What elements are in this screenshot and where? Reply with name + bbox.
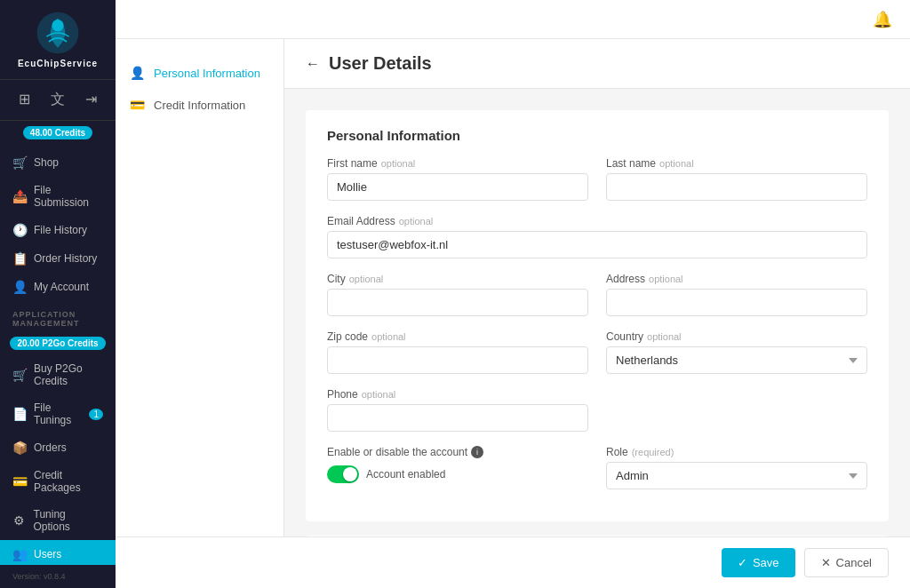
- first-name-input[interactable]: [327, 173, 588, 201]
- logo: EcuChipService: [0, 0, 116, 80]
- city-input[interactable]: [327, 289, 588, 316]
- enable-role-row: Enable or disable the account i Account …: [327, 446, 867, 489]
- back-button[interactable]: ←: [306, 56, 320, 72]
- email-row: Email Address optional: [327, 215, 867, 258]
- sidebar-item-label: Orders: [34, 441, 67, 454]
- credits-badge: 48.00 Credits: [23, 126, 92, 139]
- country-field: Country optional Netherlands Germany Bel…: [606, 330, 867, 374]
- last-name-label: Last name optional: [606, 157, 867, 170]
- zip-label: Zip code optional: [327, 330, 588, 343]
- sub-navigation: 👤 Personal Information 💳 Credit Informat…: [116, 39, 284, 536]
- credit-packages-icon: 💳: [12, 474, 27, 489]
- placeholder-field: [606, 388, 867, 432]
- cancel-button[interactable]: ✕ Cancel: [804, 548, 889, 577]
- page-title: User Details: [329, 53, 432, 74]
- svg-point-1: [52, 20, 63, 31]
- phone-row: Phone optional: [327, 388, 867, 432]
- last-name-field: Last name optional: [606, 157, 867, 201]
- sidebar-item-order-history[interactable]: 📋 Order History: [0, 244, 116, 273]
- cancel-icon: ✕: [821, 556, 831, 569]
- sidebar-item-label: File Submission: [34, 184, 103, 209]
- city-field: City optional: [327, 273, 588, 316]
- enable-label: Enable or disable the account i: [327, 446, 588, 458]
- file-tunings-badge: 1: [89, 409, 103, 420]
- enable-info-icon[interactable]: i: [471, 446, 483, 458]
- toggle-knob: [343, 467, 357, 481]
- save-label: Save: [753, 556, 779, 569]
- sidebar-icon-bar: ⊞ 文 ⇥: [0, 80, 116, 121]
- buy-p2go-icon: 🛒: [12, 368, 27, 382]
- sidebar-item-my-account[interactable]: 👤 My Account: [0, 273, 116, 301]
- subnav-item-personal-info[interactable]: 👤 Personal Information: [116, 57, 283, 89]
- address-input[interactable]: [606, 289, 867, 316]
- app-management-label: APPLICATION MANAGEMENT: [0, 301, 116, 331]
- sidebar-item-label: Credit Packages: [34, 469, 103, 494]
- sidebar-menu: 🛒 Shop 📤 File Submission 🕐 File History …: [0, 145, 116, 565]
- logo-icon: [36, 11, 80, 55]
- cancel-label: Cancel: [836, 556, 872, 569]
- toggle-label: Account enabled: [366, 468, 445, 481]
- name-row: First name optional Last name optional: [327, 157, 867, 201]
- notification-bell-icon[interactable]: 🔔: [873, 10, 892, 29]
- content-area: 👤 Personal Information 💳 Credit Informat…: [116, 39, 910, 536]
- city-address-row: City optional Address optional: [327, 273, 867, 316]
- country-label: Country optional: [606, 330, 867, 343]
- grid-icon[interactable]: ⊞: [15, 87, 34, 113]
- sidebar-item-tuning-options[interactable]: ⚙ Tuning Options: [0, 501, 116, 540]
- city-label: City optional: [327, 273, 588, 285]
- role-label: Role (required): [606, 446, 867, 458]
- file-history-icon: 🕐: [12, 223, 27, 237]
- role-select[interactable]: Admin User Dealer: [606, 462, 867, 489]
- personal-section-title: Personal Information: [327, 128, 867, 143]
- email-label: Email Address optional: [327, 215, 867, 227]
- subnav-item-label: Credit Information: [154, 99, 245, 112]
- enable-field: Enable or disable the account i Account …: [327, 446, 588, 489]
- country-select[interactable]: Netherlands Germany Belgium France Unite…: [606, 346, 867, 374]
- phone-input[interactable]: [327, 404, 588, 432]
- sidebar-item-label: File History: [34, 224, 87, 236]
- orders-icon: 📦: [12, 441, 27, 455]
- sidebar-item-credit-packages[interactable]: 💳 Credit Packages: [0, 462, 116, 501]
- zip-input[interactable]: [327, 346, 588, 374]
- zip-country-row: Zip code optional Country optional: [327, 330, 867, 374]
- sidebar-item-label: Users: [34, 548, 61, 560]
- toggle-row: Account enabled: [327, 465, 588, 483]
- exit-icon[interactable]: ⇥: [82, 87, 100, 113]
- address-field: Address optional: [606, 273, 867, 316]
- users-icon: 👥: [12, 547, 27, 561]
- zip-field: Zip code optional: [327, 330, 588, 374]
- address-label: Address optional: [606, 273, 867, 285]
- topbar: 🔔: [116, 0, 910, 39]
- sidebar-item-file-submission[interactable]: 📤 File Submission: [0, 177, 116, 216]
- sidebar-item-file-history[interactable]: 🕐 File History: [0, 216, 116, 244]
- sidebar-item-label: Shop: [34, 156, 59, 169]
- sidebar-item-label: File Tunings: [34, 401, 82, 426]
- sidebar-item-file-tunings[interactable]: 📄 File Tunings 1: [0, 394, 116, 433]
- sidebar: EcuChipService ⊞ 文 ⇥ 48.00 Credits 🛒 Sho…: [0, 0, 116, 588]
- logo-text: EcuChipService: [18, 59, 98, 68]
- sidebar-item-orders[interactable]: 📦 Orders: [0, 433, 116, 462]
- account-enable-toggle[interactable]: [327, 465, 359, 483]
- save-button[interactable]: ✓ Save: [722, 548, 795, 577]
- page-header: ← User Details: [284, 39, 910, 89]
- sidebar-item-users[interactable]: 👥 Users: [0, 540, 116, 565]
- phone-label: Phone optional: [327, 388, 588, 401]
- sidebar-item-label: Buy P2Go Credits: [34, 362, 103, 387]
- credit-info-icon: 💳: [130, 98, 145, 112]
- last-name-input[interactable]: [606, 173, 867, 201]
- order-history-icon: 📋: [12, 251, 27, 266]
- page-footer: ✓ Save ✕ Cancel: [116, 536, 910, 588]
- sidebar-item-label: Order History: [34, 252, 97, 265]
- sidebar-item-shop[interactable]: 🛒 Shop: [0, 148, 116, 177]
- tuning-options-icon: ⚙: [12, 513, 27, 528]
- main-content: 🔔 👤 Personal Information 💳 Credit Inform…: [116, 0, 910, 588]
- subnav-item-credit-info[interactable]: 💳 Credit Information: [116, 89, 283, 121]
- email-input[interactable]: [327, 231, 867, 258]
- translate-icon[interactable]: 文: [47, 87, 68, 113]
- personal-info-icon: 👤: [130, 66, 145, 80]
- email-field: Email Address optional: [327, 215, 867, 258]
- sidebar-item-buy-p2go[interactable]: 🛒 Buy P2Go Credits: [0, 355, 116, 394]
- subnav-item-label: Personal Information: [154, 67, 260, 80]
- form-area: Personal Information First name optional: [284, 89, 910, 536]
- save-icon: ✓: [738, 556, 747, 569]
